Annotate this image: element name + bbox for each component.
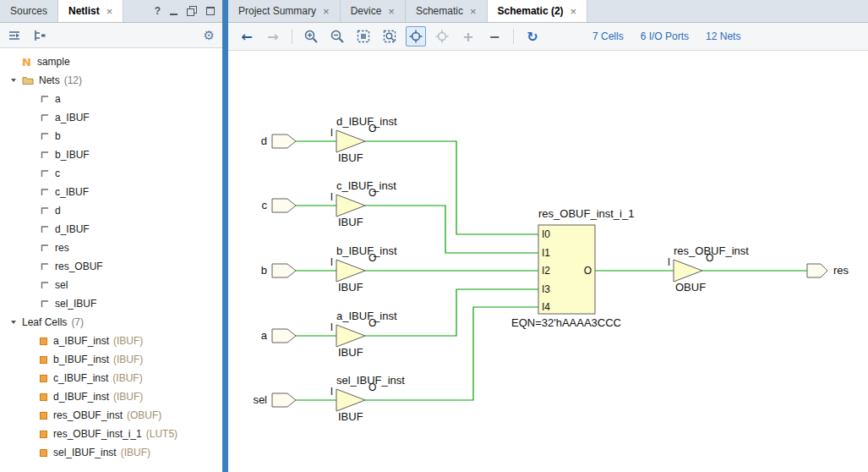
buffer-symbol[interactable] — [336, 130, 365, 152]
pin-label: I — [330, 127, 333, 139]
help-icon[interactable]: ? — [155, 5, 161, 17]
back-button[interactable]: ← — [237, 26, 257, 47]
pin-label: O — [368, 381, 376, 393]
tree-label: res — [55, 242, 69, 254]
close-icon[interactable]: × — [470, 5, 477, 18]
chevron-down-icon[interactable] — [11, 321, 16, 324]
zoom-out-button[interactable] — [327, 26, 347, 47]
pin-label: O — [584, 265, 592, 277]
port-shape[interactable] — [807, 264, 827, 277]
tree-row-cell[interactable]: c_IBUF_inst(IBUF) — [0, 369, 222, 387]
port-shape[interactable] — [272, 393, 296, 407]
tree-label: c_IBUF_inst — [53, 372, 108, 384]
zoom-fit-button[interactable] — [353, 26, 374, 47]
ibuf-sel[interactable]: sel_IBUF_inst I O IBUF — [330, 374, 406, 423]
net-icon — [40, 150, 50, 160]
type-label: IBUF — [338, 346, 363, 359]
tree-row-net[interactable]: d — [0, 201, 222, 220]
port-label: d — [261, 134, 267, 147]
float-icon[interactable] — [187, 6, 197, 16]
input-port-c[interactable]: c — [262, 199, 297, 212]
buffer-symbol[interactable] — [336, 195, 365, 217]
expand-all-icon[interactable] — [33, 29, 46, 42]
port-shape[interactable] — [272, 264, 296, 277]
nets-count-link[interactable]: 12 Nets — [706, 30, 740, 42]
tree-row-cell[interactable]: res_OBUF_inst(OBUF) — [0, 406, 222, 425]
close-icon[interactable]: × — [388, 5, 395, 18]
ibuf-a[interactable]: a_IBUF_inst I O IBUF — [330, 310, 397, 359]
autofit-selection-button[interactable] — [406, 26, 426, 47]
net-icon — [40, 187, 50, 197]
panel-divider[interactable] — [222, 0, 228, 472]
io-ports-count-link[interactable]: 6 I/O Ports — [641, 30, 689, 42]
schematic-canvas[interactable]: d d_IBUF_inst I O IBUF c c_IBUF_inst — [228, 51, 868, 472]
tab-label: Sources — [10, 5, 47, 17]
tree-row-net[interactable]: c — [0, 164, 222, 183]
close-icon[interactable]: × — [570, 5, 577, 18]
tree-row-net[interactable]: c_IBUF — [0, 183, 222, 201]
tree-label: b — [55, 130, 61, 142]
output-port-res[interactable]: res — [807, 264, 849, 277]
collapse-all-icon[interactable] — [8, 29, 21, 42]
net-icon — [40, 243, 50, 253]
tree-row-cell[interactable]: d_IBUF_inst(IBUF) — [0, 387, 222, 406]
settings-gear-icon[interactable]: ⚙ — [204, 28, 215, 43]
input-port-b[interactable]: b — [261, 264, 296, 277]
zoom-in-button[interactable] — [301, 26, 321, 47]
tree-row-cell[interactable]: a_IBUF_inst(IBUF) — [0, 332, 222, 350]
tree-row-net[interactable]: b_IBUF — [0, 145, 222, 164]
ibuf-d[interactable]: d_IBUF_inst I O IBUF — [330, 115, 397, 164]
tree-row-cell[interactable]: b_IBUF_inst(IBUF) — [0, 350, 222, 369]
ibuf-c[interactable]: c_IBUF_inst I O IBUF — [330, 179, 397, 228]
tree-row-net[interactable]: a — [0, 90, 222, 108]
input-port-sel[interactable]: sel — [253, 393, 296, 407]
cells-count-link[interactable]: 7 Cells — [592, 30, 624, 42]
pin-label: I3 — [542, 283, 550, 295]
tab-schematic[interactable]: Schematic × — [406, 0, 488, 22]
remove-button[interactable]: − — [484, 26, 505, 47]
zoom-to-selection-button[interactable] — [379, 26, 400, 47]
port-shape[interactable] — [272, 199, 296, 212]
input-port-d[interactable]: d — [261, 134, 296, 148]
tree-row-net[interactable]: res_OBUF — [0, 257, 222, 276]
schematic-svg: d d_IBUF_inst I O IBUF c c_IBUF_inst — [228, 51, 868, 472]
regenerate-button[interactable]: ↻ — [522, 26, 543, 47]
buffer-symbol[interactable] — [674, 260, 702, 282]
port-shape[interactable] — [272, 329, 296, 343]
close-icon[interactable]: × — [323, 5, 330, 18]
input-port-a[interactable]: a — [261, 329, 296, 343]
tree-label: a — [55, 93, 61, 105]
tree-row-root[interactable]: N sample — [0, 52, 222, 71]
tab-project-summary[interactable]: Project Summary × — [228, 0, 341, 22]
buffer-symbol[interactable] — [336, 260, 365, 282]
tab-sources[interactable]: Sources — [0, 0, 58, 22]
tree-row-net[interactable]: res — [0, 239, 222, 257]
left-tab-bar: Sources Netlist × ? — [0, 0, 222, 23]
tab-netlist[interactable]: Netlist × — [58, 0, 123, 22]
lut5-cell[interactable]: res_OBUF_inst_i_1 I0 I1 I2 I3 I4 O EQN=3… — [511, 207, 634, 329]
chevron-down-icon[interactable] — [11, 79, 16, 82]
tree-row-leaf-cells-group[interactable]: Leaf Cells (7) — [0, 313, 222, 332]
tree-row-net[interactable]: sel_IBUF — [0, 294, 222, 313]
instance-label: d_IBUF_inst — [336, 115, 397, 128]
type-label: IBUF — [338, 410, 363, 423]
tab-device[interactable]: Device × — [341, 0, 406, 22]
minimize-icon[interactable] — [170, 14, 177, 15]
tree-row-net[interactable]: b — [0, 127, 222, 145]
ibuf-b[interactable]: b_IBUF_inst I O IBUF — [330, 244, 397, 294]
buffer-symbol[interactable] — [336, 325, 365, 347]
close-icon[interactable]: × — [106, 5, 113, 18]
maximize-icon[interactable] — [206, 7, 215, 15]
tree-count: (12) — [64, 74, 82, 86]
buffer-symbol[interactable] — [336, 389, 365, 411]
obuf-res[interactable]: res_OBUF_inst I O OBUF — [668, 244, 750, 294]
tab-schematic-2[interactable]: Schematic (2) × — [488, 0, 588, 22]
port-shape[interactable] — [272, 134, 296, 148]
tree-row-net[interactable]: d_IBUF — [0, 220, 222, 239]
tree-label: d_IBUF — [55, 223, 90, 235]
tree-row-cell[interactable]: res_OBUF_inst_i_1(LUT5) — [0, 425, 222, 443]
tree-row-nets-group[interactable]: Nets (12) — [0, 71, 222, 90]
tree-row-cell[interactable]: sel_IBUF_inst(IBUF) — [0, 443, 222, 462]
tree-row-net[interactable]: sel — [0, 276, 222, 294]
tree-row-net[interactable]: a_IBUF — [0, 108, 222, 127]
